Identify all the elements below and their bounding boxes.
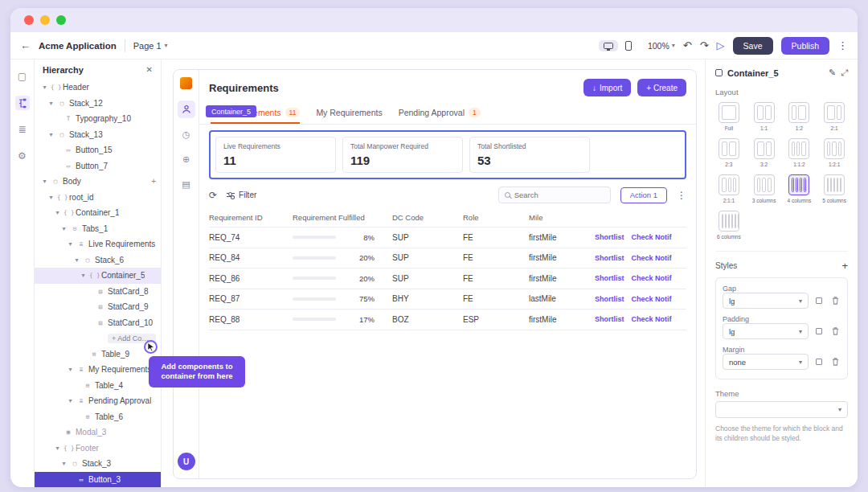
table-row[interactable]: REQ_8775%BHYFElastMileShortlistCheck Not… <box>209 289 686 310</box>
tree-item[interactable]: TTypography_10 <box>35 111 161 127</box>
tree-item[interactable]: ▭Button_3 <box>35 472 161 488</box>
tree-item[interactable]: ▾▢Stack_3 <box>35 456 161 472</box>
tree-item[interactable]: ⊞Table_4 <box>35 378 161 394</box>
tree-item[interactable]: ⊞Table_6 <box>35 409 161 425</box>
kebab-menu-icon[interactable]: ⋮ <box>837 40 848 51</box>
check-notif-link[interactable]: Check Notif <box>632 274 672 282</box>
tree-caret-icon[interactable]: ▾ <box>67 397 74 404</box>
people-icon[interactable] <box>178 100 195 118</box>
delete-style-icon[interactable] <box>829 356 841 367</box>
maximize-window-button[interactable] <box>56 15 66 25</box>
tree-caret-icon[interactable]: ▾ <box>54 209 61 216</box>
layout-option[interactable]: 5 columns <box>821 174 848 203</box>
redo-icon[interactable]: ↷ <box>700 40 709 51</box>
data-icon[interactable]: ≣ <box>15 122 30 137</box>
search-input[interactable] <box>514 191 604 199</box>
table-row[interactable]: REQ_748%SUPFEfirstMileShortlistCheck Not… <box>209 228 686 248</box>
refresh-icon[interactable]: ⟳ <box>209 190 217 201</box>
tree-item[interactable]: ▭Button_15 <box>35 142 161 158</box>
delete-style-icon[interactable] <box>829 326 841 337</box>
layout-option[interactable]: 3 columns <box>751 174 778 203</box>
check-notif-link[interactable]: Check Notif <box>632 233 672 241</box>
tree-item[interactable]: ▾▢Stack_6 <box>35 252 161 269</box>
shortlist-link[interactable]: Shortlist <box>595 274 624 282</box>
tree-item[interactable]: ▾▢Stack_12 <box>35 96 161 112</box>
tab-pending-approval[interactable]: Pending Approval 1 <box>399 103 481 124</box>
globe-icon[interactable]: ⊕ <box>178 150 195 168</box>
tree-caret-icon[interactable]: ▾ <box>47 194 55 201</box>
user-avatar[interactable]: U <box>178 453 195 470</box>
tree-item[interactable]: + Add Component <box>35 330 161 346</box>
tree-item[interactable]: ▾▢Body+ <box>35 174 161 190</box>
tree-caret-icon[interactable]: ▾ <box>54 445 61 452</box>
shortlist-link[interactable]: Shortlist <box>595 295 624 303</box>
layout-option[interactable]: 1:2 <box>786 102 813 131</box>
close-icon[interactable]: ✕ <box>146 65 153 74</box>
tree-caret-icon[interactable]: ▾ <box>60 225 68 232</box>
tree-item[interactable]: ▭Button_7 <box>35 158 161 174</box>
tree-caret-icon[interactable]: ▾ <box>41 178 48 185</box>
tree-item[interactable]: ▾{ }Header <box>35 80 161 96</box>
tree-item[interactable]: ▾⊟Tabs_1 <box>35 221 161 237</box>
tree-caret-icon[interactable]: ▾ <box>80 272 87 279</box>
hierarchy-icon[interactable] <box>15 96 30 110</box>
import-button[interactable]: ↓ Import <box>583 79 631 96</box>
tree-item[interactable]: ▾≣Pending Approval <box>35 393 161 409</box>
minimize-window-button[interactable] <box>40 15 50 25</box>
layout-option[interactable]: 3:2 <box>751 138 778 167</box>
back-icon[interactable]: ← <box>20 40 31 51</box>
publish-button[interactable]: Publish <box>781 37 829 55</box>
collapse-panel-icon[interactable]: ⤢ <box>841 68 848 78</box>
tree-item[interactable]: ▾{ }Container_1 <box>35 205 161 221</box>
tree-caret-icon[interactable]: ▾ <box>47 100 55 107</box>
theme-select[interactable]: ▾ <box>715 401 848 418</box>
tree-item[interactable]: ▾▢Stack_13 <box>35 127 161 143</box>
tree-item[interactable]: ▤StatCard_10 <box>35 315 161 331</box>
sides-toggle-icon[interactable] <box>813 326 825 337</box>
layout-option[interactable]: 1:1 <box>751 102 778 131</box>
layout-option[interactable]: 1:2:1 <box>821 138 848 167</box>
tree-item[interactable]: ▾≣Live Requirements <box>35 236 161 252</box>
undo-icon[interactable]: ↶ <box>683 40 692 51</box>
selected-stat-container[interactable]: Live Requirements 11 Total Manpower Requ… <box>209 130 686 179</box>
shortlist-link[interactable]: Shortlist <box>595 254 624 262</box>
shortlist-link[interactable]: Shortlist <box>595 233 624 241</box>
tree-caret-icon[interactable]: ▾ <box>67 240 74 248</box>
close-window-button[interactable] <box>24 15 34 25</box>
tab-my-requirements[interactable]: My Requirements <box>316 103 382 124</box>
tree-item[interactable]: ▾{ }Container_5 <box>35 268 161 284</box>
gap-select[interactable]: lg ▾ <box>723 293 809 309</box>
layout-option[interactable]: 2:3 <box>715 138 743 167</box>
tree-caret-icon[interactable]: ▾ <box>60 460 68 467</box>
tree-item[interactable]: ▾≣My Requirements <box>35 362 161 378</box>
tree-item[interactable]: ⊞Table_9 <box>35 346 161 363</box>
layout-option[interactable]: 4 columns <box>786 174 813 203</box>
tree-caret-icon[interactable]: ▾ <box>41 84 48 91</box>
add-style-icon[interactable]: + <box>841 260 848 272</box>
card-icon[interactable]: ▤ <box>178 175 195 193</box>
check-notif-link[interactable]: Check Notif <box>632 315 672 323</box>
tree-item[interactable]: ▾{ }Footer <box>35 441 161 457</box>
pages-icon[interactable]: ▢ <box>15 69 30 84</box>
settings-gear-icon[interactable]: ⚙ <box>15 149 30 163</box>
save-button[interactable]: Save <box>733 37 773 55</box>
margin-select[interactable]: none ▾ <box>723 354 809 370</box>
table-row[interactable]: REQ_8620%SUPFEfirstMileShortlistCheck No… <box>209 269 686 289</box>
layout-option[interactable]: Full <box>715 102 743 131</box>
tree-item[interactable]: ▤StatCard_8 <box>35 284 161 300</box>
create-button[interactable]: + Create <box>637 79 686 96</box>
tree-item[interactable]: ▣Modal_3 <box>35 424 161 441</box>
padding-select[interactable]: lg ▾ <box>723 323 809 339</box>
edit-pencil-icon[interactable]: ✎ <box>829 68 836 78</box>
check-notif-link[interactable]: Check Notif <box>632 295 672 303</box>
check-notif-link[interactable]: Check Notif <box>632 254 672 262</box>
sides-toggle-icon[interactable] <box>813 356 825 367</box>
tree-item[interactable]: ▤StatCard_9 <box>35 299 161 315</box>
table-row[interactable]: REQ_8420%SUPFEfirstMileShortlistCheck No… <box>209 248 686 269</box>
shortlist-link[interactable]: Shortlist <box>595 315 624 323</box>
delete-style-icon[interactable] <box>829 295 841 306</box>
tree-caret-icon[interactable]: ▾ <box>67 366 74 373</box>
tree-caret-icon[interactable]: ▾ <box>47 131 55 138</box>
preview-play-icon[interactable]: ▷ <box>717 40 725 51</box>
clock-icon[interactable]: ◷ <box>178 125 195 143</box>
